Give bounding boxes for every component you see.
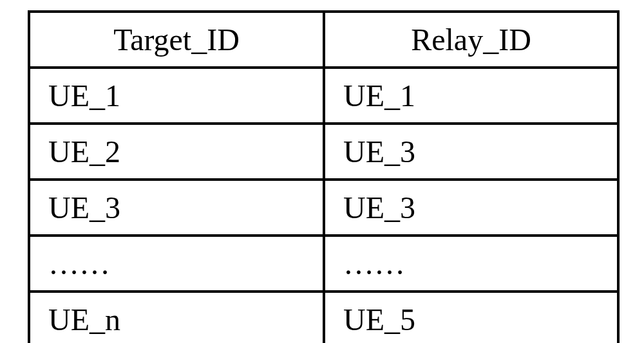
cell-relay-id: UE_3 (324, 124, 618, 180)
table-row: UE_2 UE_3 (29, 124, 618, 180)
header-relay-id: Relay_ID (324, 12, 618, 68)
table-row: …… …… (29, 236, 618, 292)
table-row: UE_1 UE_1 (29, 68, 618, 124)
cell-target-id: …… (29, 236, 324, 292)
table-header-row: Target_ID Relay_ID (29, 12, 618, 68)
cell-target-id: UE_2 (29, 124, 324, 180)
page: Target_ID Relay_ID UE_1 UE_1 UE_2 UE_3 U… (0, 0, 644, 343)
cell-relay-id: UE_1 (324, 68, 618, 124)
header-target-id: Target_ID (29, 12, 324, 68)
table-row: UE_n UE_5 (29, 292, 618, 343)
cell-target-id: UE_3 (29, 180, 324, 236)
cell-relay-id: UE_5 (324, 292, 618, 343)
cell-target-id: UE_1 (29, 68, 324, 124)
cell-target-id: UE_n (29, 292, 324, 343)
id-mapping-table: Target_ID Relay_ID UE_1 UE_1 UE_2 UE_3 U… (28, 10, 620, 343)
table-row: UE_3 UE_3 (29, 180, 618, 236)
cell-relay-id: UE_3 (324, 180, 618, 236)
cell-relay-id: …… (324, 236, 618, 292)
